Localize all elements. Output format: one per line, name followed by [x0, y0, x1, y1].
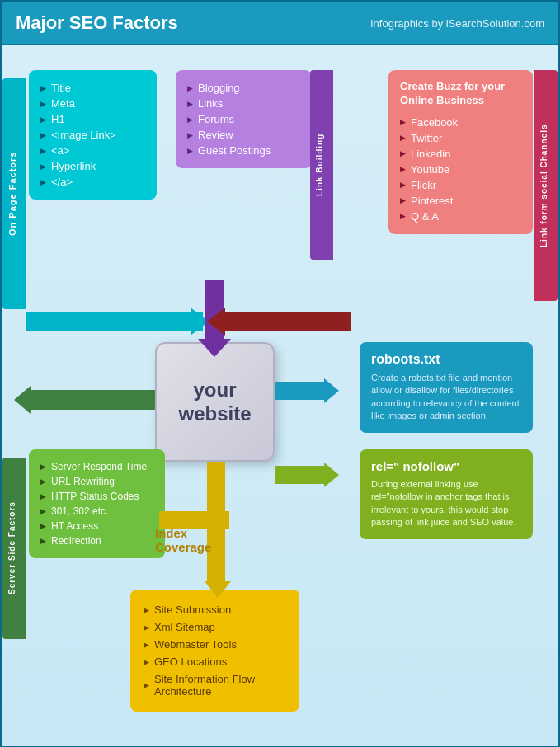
list-item: Blogging	[187, 80, 300, 96]
tube-olive-right	[275, 466, 328, 484]
link-building-list: Blogging Links Forums Review Guest Posti…	[187, 80, 300, 158]
index-coverage-label: Index Coverage	[155, 526, 238, 554]
list-item: Server Respond Time	[40, 459, 153, 474]
list-item: Review	[187, 127, 300, 143]
list-item: 301, 302 etc.	[40, 504, 153, 519]
arrow-olive-right	[324, 463, 339, 487]
social-list: Facebook Twitter Linkedin Youtube Flickr…	[400, 115, 521, 224]
list-item: Youtube	[400, 162, 521, 177]
nofollow-description: During external linking use rel="nofollo…	[371, 478, 521, 529]
list-item: Pinterest	[400, 193, 521, 209]
list-item: H1	[40, 111, 145, 127]
list-item: Flickr	[400, 177, 521, 193]
your-website-box: your website	[155, 342, 275, 462]
list-item: Twitter	[400, 130, 521, 146]
nofollow-title: rel=" nofollow"	[371, 459, 521, 473]
link-building-box: Blogging Links Forums Review Guest Posti…	[176, 70, 312, 168]
list-item: Guest Postings	[187, 143, 300, 158]
list-item: Linkedin	[400, 146, 521, 162]
page-title: Major SEO Factors	[16, 12, 178, 34]
list-item: Facebook	[400, 115, 521, 130]
list-item: Forums	[187, 111, 300, 127]
robots-box: roboots.txt Create a robots.txt file and…	[360, 342, 533, 433]
list-item: GEO Locations	[144, 653, 286, 670]
tube-cyan-top	[26, 312, 203, 331]
list-item: </a>	[40, 174, 145, 190]
on-page-label: On Page Factors	[2, 78, 26, 309]
nofollow-box: rel=" nofollow" During external linking …	[360, 449, 533, 539]
arrow-gold-down	[205, 581, 231, 598]
list-item: Links	[187, 96, 300, 111]
list-item: Site Information Flow Architecture	[144, 670, 286, 700]
list-item: Xml Sitemap	[144, 618, 286, 636]
tube-red-top	[219, 312, 351, 331]
list-item: HT Access	[40, 519, 153, 533]
server-side-label: Server Side Factors	[2, 458, 26, 639]
your-website-text: your website	[178, 378, 251, 426]
list-item: <Image Link>	[40, 127, 145, 143]
on-page-list: Title Meta H1 <Image Link> <a> Hyperlink…	[40, 80, 145, 190]
arrow-purple-down	[198, 339, 231, 357]
buzz-title: Create Buzz for your Online Business	[400, 80, 521, 108]
index-list: Site Submission Xml Sitemap Webmaster To…	[144, 601, 286, 700]
list-item: Meta	[40, 96, 145, 111]
list-item: Webmaster Tools	[144, 636, 286, 653]
robots-description: Create a robots.txt file and mention all…	[371, 372, 521, 423]
arrow-green-left	[14, 386, 31, 414]
main-container: Major SEO Factors Infographics by iSearc…	[0, 0, 560, 747]
tube-blue-right	[275, 382, 328, 400]
list-item: URL Rewriting	[40, 474, 153, 489]
index-box: Site Submission Xml Sitemap Webmaster To…	[130, 590, 299, 712]
header-subtitle: Infographics by iSearchSolution.com	[370, 17, 544, 30]
content-area: On Page Factors Title Meta H1 <Image Lin…	[2, 45, 558, 746]
header: Major SEO Factors Infographics by iSearc…	[2, 2, 558, 45]
social-box: Create Buzz for your Online Business Fac…	[388, 70, 533, 234]
server-side-box: Server Respond Time URL Rewriting HTTP S…	[29, 449, 165, 558]
robots-title: roboots.txt	[371, 352, 521, 367]
list-item: Q & A	[400, 209, 521, 224]
on-page-box: Title Meta H1 <Image Link> <a> Hyperlink…	[29, 70, 157, 200]
server-side-list: Server Respond Time URL Rewriting HTTP S…	[40, 459, 153, 548]
arrow-blue-right	[324, 378, 339, 403]
list-item: Site Submission	[144, 601, 286, 618]
list-item: Hyperlink	[40, 158, 145, 174]
list-item: <a>	[40, 143, 145, 158]
list-item: Title	[40, 80, 145, 96]
link-building-label: Link Building	[310, 70, 333, 260]
tube-green-left	[26, 390, 155, 410]
list-item: HTTP Status Codes	[40, 489, 153, 504]
arrow-red	[207, 308, 225, 336]
list-item: Redirection	[40, 533, 153, 548]
social-label: Link form social Channels	[534, 70, 558, 301]
